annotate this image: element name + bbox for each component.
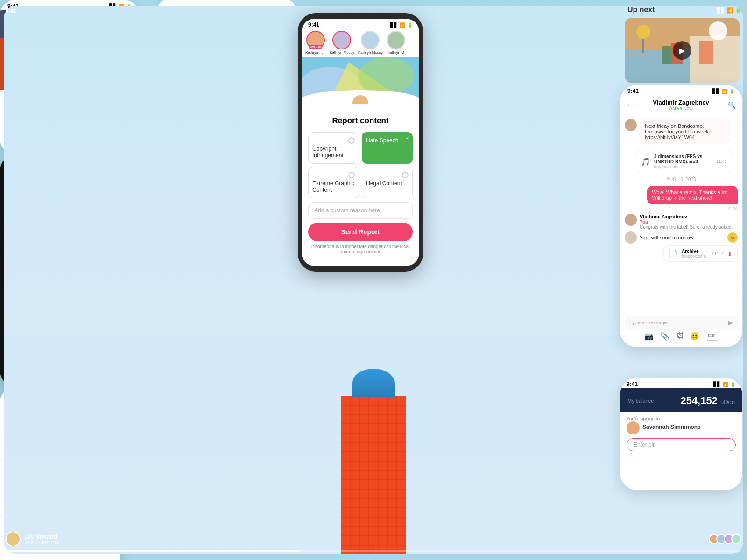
- wifi-icon-p: 📶: [723, 382, 728, 387]
- rp-story-name-0: Kathryn Mccoy: [305, 50, 326, 55]
- option-radio-graphic: [348, 172, 355, 178]
- audio-title: 3 dimensions (FPS vs UNRTHD RMX).mp3: [654, 154, 712, 164]
- report-phone-outer: 9:41 ▋▋ 📶 🔋 Live 1.5k Kathryn Mccoy K: [298, 13, 423, 272]
- svg-point-49: [358, 57, 414, 95]
- chat-input-row: Type a message... ▶: [625, 316, 738, 329]
- chat-reply-row: Yep, will send tomorrow 🐱: [625, 231, 738, 244]
- signal-icons-report: ▋▋ 📶 🔋: [390, 22, 413, 28]
- payment-top-section: My balance 254,152 uDoo: [620, 388, 742, 412]
- rp-story-3[interactable]: Kathryn M: [387, 31, 405, 55]
- audio-sub: dropbox.com: [654, 164, 712, 169]
- report-title: Report content: [308, 116, 413, 126]
- status-bar-payment: 9:41 ▋▋ 📶 🔋: [620, 378, 742, 388]
- chat-outgoing-msg: Wow! What a remix. Thanks a lot. Will dr…: [625, 186, 738, 211]
- chat-archive-row: 📄 Archive dropbox.com 11:12 ⬇: [625, 245, 738, 262]
- option-hate-speech[interactable]: ✓ Hate Speech: [362, 132, 413, 164]
- option-label-graphic: Extreme Graphic Content: [312, 180, 355, 193]
- battery-icon-ch: 🔋: [729, 89, 735, 94]
- rp-story-avatar-2: [361, 31, 380, 49]
- chat-sender-block: Vladimir Zagrebnev You Congrats with the…: [625, 214, 738, 230]
- option-label-hate: Hate Speech: [366, 137, 409, 144]
- report-phone: 9:41 ▋▋ 📶 🔋 Live 1.5k Kathryn Mccoy K: [298, 13, 423, 272]
- article-top-spacer: [158, 0, 296, 6]
- chat-messages: Next friday on Bandcamp. Exclusive for y…: [620, 115, 742, 267]
- tipping-row: Savannah Simmmons: [627, 421, 736, 434]
- rp-story-avatar-3: [387, 31, 405, 49]
- report-phone-inner: 9:41 ▋▋ 📶 🔋 Live 1.5k Kathryn Mccoy K: [302, 19, 419, 266]
- chat-search-icon[interactable]: 🔍: [728, 101, 736, 109]
- payment-amount: 254,152: [680, 395, 718, 407]
- attachment-icon[interactable]: 📎: [660, 332, 669, 341]
- option-copyright[interactable]: Copyright Infringement: [308, 132, 359, 164]
- option-graphic[interactable]: Extreme Graphic Content: [308, 167, 359, 198]
- rp-story-2[interactable]: Kathryn Mccoy: [358, 31, 383, 55]
- download-icon[interactable]: ⬇: [727, 250, 733, 258]
- upnext-thumb[interactable]: ▶: [625, 18, 740, 83]
- option-checkmark: ✓: [406, 135, 409, 140]
- archive-icon: 📄: [669, 249, 678, 258]
- chat-msg-preview: Congrats with the label! Sure, already s…: [640, 224, 732, 230]
- msg-incoming-1: Next friday on Bandcamp. Exclusive for y…: [640, 119, 730, 144]
- rp-live-badge: Live 1.5k: [309, 45, 322, 49]
- upnext-play-btn[interactable]: ▶: [673, 41, 691, 60]
- rp-story-0[interactable]: Live 1.5k Kathryn Mccoy: [305, 31, 326, 55]
- chat-sender-name: Vladimir Zagrebnev: [640, 214, 732, 219]
- archive-title: Archive: [682, 249, 706, 254]
- back-button[interactable]: ←: [627, 101, 634, 109]
- phone-chat: 9:41 ▋▋ 📶 🔋 ← Vladimir Zagrebnev Active …: [620, 85, 742, 347]
- signal-icons-chat: ▋▋ 📶 🔋: [712, 89, 735, 94]
- send-icon[interactable]: ▶: [728, 319, 733, 326]
- option-radio-illegal: [402, 172, 409, 178]
- signal-icons-payment: ▋▋ 📶 🔋: [713, 382, 736, 387]
- audio-time: 11:48: [716, 159, 727, 164]
- signal-icon-r: ▋▋: [390, 22, 398, 28]
- time-payment: 9:41: [627, 381, 638, 387]
- svg-rect-55: [662, 46, 671, 64]
- svg-rect-58: [642, 39, 644, 53]
- chat-avatar-1: [625, 119, 637, 131]
- rp-story-name-1: Kathryn Mccoy: [330, 50, 354, 55]
- chat-archive-card[interactable]: 📄 Archive dropbox.com 11:12 ⬇: [663, 245, 738, 262]
- battery-icon-p: 🔋: [730, 382, 736, 387]
- chat-user-name: Vladimir Zagrebnev: [638, 99, 724, 106]
- time-chat: 9:41: [627, 88, 639, 94]
- emoji-icon: 🐱: [727, 232, 738, 243]
- sky-bg: [4, 154, 117, 335]
- wifi-icon-r: 📶: [400, 22, 405, 28]
- option-label-copyright: Copyright Infringement: [312, 146, 355, 159]
- chat-date-divider: AUG 10, 2020: [625, 177, 738, 182]
- payment-amount-section: 254,152 uDoo: [680, 395, 735, 407]
- phone-building: 9:41 ▋▋ 📶 🔋: [0, 154, 117, 387]
- chat-audio-card[interactable]: 🎵 3 dimensions (FPS vs UNRTHD RMX).mp3 d…: [636, 150, 732, 173]
- battery-icon-r: 🔋: [407, 22, 413, 28]
- archive-time: 11:12: [712, 251, 723, 256]
- balance-label: My balance: [627, 398, 654, 404]
- signal-icon-p: ▋▋: [713, 382, 721, 387]
- tipping-to: Savannah Simmmons: [642, 424, 701, 430]
- option-illegal[interactable]: Illegal Content: [362, 167, 413, 198]
- emoji-keyboard-icon[interactable]: 😊: [690, 332, 699, 341]
- gif-icon[interactable]: GIF: [706, 332, 718, 341]
- payment-balance-info: My balance: [627, 398, 654, 404]
- audio-wave-icon: 🎵: [641, 157, 650, 166]
- option-label-illegal: Illegal Content: [366, 180, 409, 187]
- report-custom-input[interactable]: Add a custom reason here: [308, 202, 413, 219]
- archive-sub: dropbox.com: [682, 254, 706, 259]
- chat-sender-content: Vladimir Zagrebnev You Congrats with the…: [640, 214, 732, 230]
- chat-input-field[interactable]: Type a message...: [629, 320, 725, 325]
- tipping-label: You're tipping to: [627, 416, 736, 421]
- status-bar-report: 9:41 ▋▋ 📶 🔋: [302, 19, 419, 29]
- report-stories-row: Live 1.5k Kathryn Mccoy Kathryn Mccoy Ka…: [302, 29, 419, 57]
- you-label-span: You: [640, 219, 648, 224]
- rp-story-1[interactable]: Kathryn Mccoy: [330, 31, 354, 55]
- chat-action-icons: 📷 📎 🖼 😊 GIF: [625, 332, 738, 341]
- chat-user-status: Active Now: [638, 106, 724, 111]
- gallery-icon[interactable]: 🖼: [676, 332, 684, 341]
- send-report-button[interactable]: Send Report: [308, 223, 413, 241]
- chat-header: ← Vladimir Zagrebnev Active Now 🔍: [620, 95, 742, 115]
- report-note: If someone is in immediate danger call t…: [308, 244, 413, 254]
- pin-input-field[interactable]: Enter pin: [627, 438, 736, 451]
- time-report: 9:41: [308, 21, 319, 28]
- chat-incoming-1: Next friday on Bandcamp. Exclusive for y…: [625, 119, 738, 147]
- camera-icon[interactable]: 📷: [644, 332, 654, 341]
